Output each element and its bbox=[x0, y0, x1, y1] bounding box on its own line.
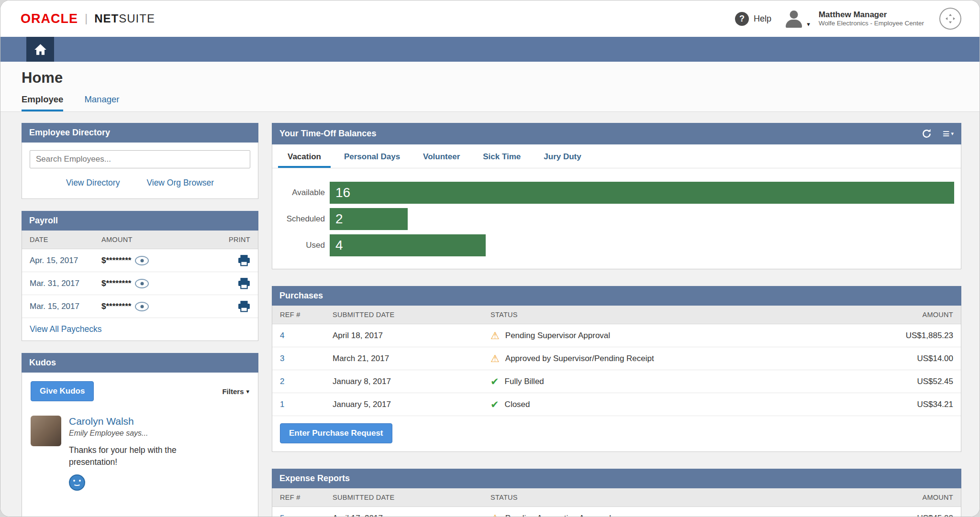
bar-label: Available bbox=[275, 188, 325, 198]
purchase-ref-link[interactable]: 3 bbox=[280, 354, 333, 363]
expense-ref-link[interactable]: 5 bbox=[280, 514, 333, 517]
user-menu[interactable]: ▾ bbox=[784, 10, 810, 28]
top-bar-right: ? Help ▾ Matthew Manager Wolfe Electroni… bbox=[735, 8, 961, 30]
portlet-title: Kudos bbox=[29, 358, 56, 368]
chevron-down-icon: ▾ bbox=[246, 388, 249, 395]
tab-volunteer[interactable]: Volunteer bbox=[413, 144, 469, 168]
status-check-icon bbox=[490, 399, 499, 409]
menu-icon: ≡ bbox=[943, 128, 950, 140]
expense-row: 5 April 17, 2017 Pending Accounting Appr… bbox=[272, 507, 961, 517]
tab-sick-time[interactable]: Sick Time bbox=[473, 144, 530, 168]
employee-directory-body: View Directory View Org Browser bbox=[22, 143, 258, 198]
column-status: STATUS bbox=[490, 494, 838, 501]
bar-used: 4 bbox=[330, 234, 486, 256]
paycheck-date-link[interactable]: Mar. 31, 2017 bbox=[30, 279, 101, 288]
payroll-row: Mar. 31, 2017 $******** bbox=[22, 272, 258, 295]
bar-scheduled: 2 bbox=[330, 208, 408, 230]
logo-divider: | bbox=[85, 11, 88, 25]
print-paycheck-button[interactable] bbox=[217, 301, 250, 312]
reveal-amount-eye-icon[interactable] bbox=[135, 279, 149, 288]
column-amount: AMOUNT bbox=[838, 311, 953, 319]
page-head: Home Employee Manager bbox=[0, 62, 980, 112]
payroll-row: Apr. 15, 2017 $******** bbox=[22, 249, 258, 272]
chevron-down-icon: ▾ bbox=[807, 21, 810, 28]
tab-jury-duty[interactable]: Jury Duty bbox=[534, 144, 590, 168]
view-all-paychecks-link[interactable]: View All Paychecks bbox=[30, 324, 101, 334]
kudos-from: Emily Employee says... bbox=[69, 429, 189, 438]
purchase-status: Fully Billed bbox=[505, 377, 544, 386]
reveal-amount-eye-icon[interactable] bbox=[135, 302, 149, 311]
printer-icon bbox=[238, 301, 250, 312]
paycheck-amount: $******** bbox=[101, 279, 131, 288]
user-info: Matthew Manager Wolfe Electronics - Empl… bbox=[819, 10, 924, 28]
kudos-header: Kudos bbox=[22, 353, 258, 373]
expense-date: April 17, 2017 bbox=[333, 514, 490, 517]
purchases-header: Purchases bbox=[272, 286, 961, 306]
view-directory-link[interactable]: View Directory bbox=[66, 178, 120, 188]
help-button[interactable]: ? Help bbox=[735, 12, 771, 26]
kudos-body: Give Kudos Filters ▾ Carolyn Walsh Emily… bbox=[22, 373, 258, 517]
kudos-recipient-link[interactable]: Carolyn Walsh bbox=[69, 416, 189, 427]
netsuite-employee-center: ORACLE | NETSUITE ? Help ▾ Matthew Manag… bbox=[0, 0, 980, 517]
expense-column-headers: REF # SUBMITTED DATE STATUS AMOUNT bbox=[272, 488, 961, 507]
tab-employee[interactable]: Employee bbox=[22, 94, 63, 111]
user-avatar-icon bbox=[784, 10, 804, 28]
portlet-menu-button[interactable]: ≡ ▾ bbox=[943, 128, 954, 140]
column-status: STATUS bbox=[490, 311, 838, 319]
help-icon: ? bbox=[735, 12, 749, 26]
status-warning-icon bbox=[490, 330, 500, 341]
column-ref: REF # bbox=[280, 494, 333, 501]
printer-icon bbox=[238, 255, 250, 266]
bar-available: 16 bbox=[330, 182, 954, 204]
purchase-date: January 5, 2017 bbox=[333, 400, 490, 409]
smiley-emoji-icon bbox=[69, 474, 85, 491]
paycheck-date-link[interactable]: Mar. 15, 2017 bbox=[30, 302, 101, 311]
employee-directory-header: Employee Directory bbox=[22, 123, 258, 143]
give-kudos-button[interactable]: Give Kudos bbox=[31, 381, 94, 401]
purchase-row: 2 January 8, 2017 Fully Billed US$52.45 bbox=[272, 370, 961, 393]
tab-manager[interactable]: Manager bbox=[84, 94, 119, 111]
right-column: Your Time-Off Balances ≡ ▾ bbox=[272, 123, 961, 517]
time-off-balances-portlet: Your Time-Off Balances ≡ ▾ bbox=[272, 123, 961, 269]
time-off-header: Your Time-Off Balances ≡ ▾ bbox=[272, 123, 961, 144]
oracle-netsuite-logo[interactable]: ORACLE | NETSUITE bbox=[21, 11, 155, 26]
purchase-ref-link[interactable]: 2 bbox=[280, 377, 333, 386]
purchase-ref-link[interactable]: 4 bbox=[280, 331, 333, 341]
view-org-browser-link[interactable]: View Org Browser bbox=[146, 178, 214, 188]
bar-label: Scheduled bbox=[275, 214, 325, 224]
reveal-amount-eye-icon[interactable] bbox=[135, 256, 149, 265]
page-title: Home bbox=[22, 69, 959, 87]
payroll-portlet: Payroll DATE AMOUNT PRINT Apr. 15, 2017 … bbox=[22, 211, 258, 341]
column-amount: AMOUNT bbox=[838, 494, 953, 501]
tab-vacation[interactable]: Vacation bbox=[278, 144, 331, 168]
kudos-filters-dropdown[interactable]: Filters ▾ bbox=[222, 387, 249, 396]
refresh-button[interactable] bbox=[921, 128, 932, 139]
bar-value: 2 bbox=[335, 211, 343, 227]
column-submitted-date: SUBMITTED DATE bbox=[333, 494, 490, 501]
status-warning-icon bbox=[490, 513, 500, 517]
tab-personal-days[interactable]: Personal Days bbox=[334, 144, 410, 168]
bar-value: 4 bbox=[335, 238, 343, 253]
payroll-column-headers: DATE AMOUNT PRINT bbox=[22, 231, 258, 249]
paycheck-date-link[interactable]: Apr. 15, 2017 bbox=[30, 256, 101, 265]
purchase-ref-link[interactable]: 1 bbox=[280, 400, 333, 409]
column-print: PRINT bbox=[217, 236, 250, 243]
purchase-status: Closed bbox=[505, 400, 530, 409]
print-paycheck-button[interactable] bbox=[217, 255, 250, 266]
portlet-title: Expense Reports bbox=[279, 473, 350, 484]
home-nav-button[interactable] bbox=[26, 37, 54, 62]
printer-icon bbox=[238, 278, 250, 289]
employee-directory-links: View Directory View Org Browser bbox=[30, 168, 250, 198]
personalize-icon[interactable] bbox=[939, 8, 961, 30]
enter-purchase-request-button[interactable]: Enter Purchase Request bbox=[280, 423, 392, 443]
chevron-down-icon: ▾ bbox=[951, 131, 954, 137]
purchase-amount: US$34.21 bbox=[838, 400, 953, 409]
employee-directory-portlet: Employee Directory View Directory View O… bbox=[22, 123, 258, 199]
purchase-date: March 21, 2017 bbox=[333, 354, 490, 363]
print-paycheck-button[interactable] bbox=[217, 278, 250, 289]
expand-arrows-icon bbox=[946, 14, 955, 23]
column-ref: REF # bbox=[280, 311, 333, 319]
purchase-amount: US$14.00 bbox=[838, 354, 953, 363]
status-warning-icon bbox=[490, 353, 500, 363]
employee-search-input[interactable] bbox=[30, 150, 250, 168]
